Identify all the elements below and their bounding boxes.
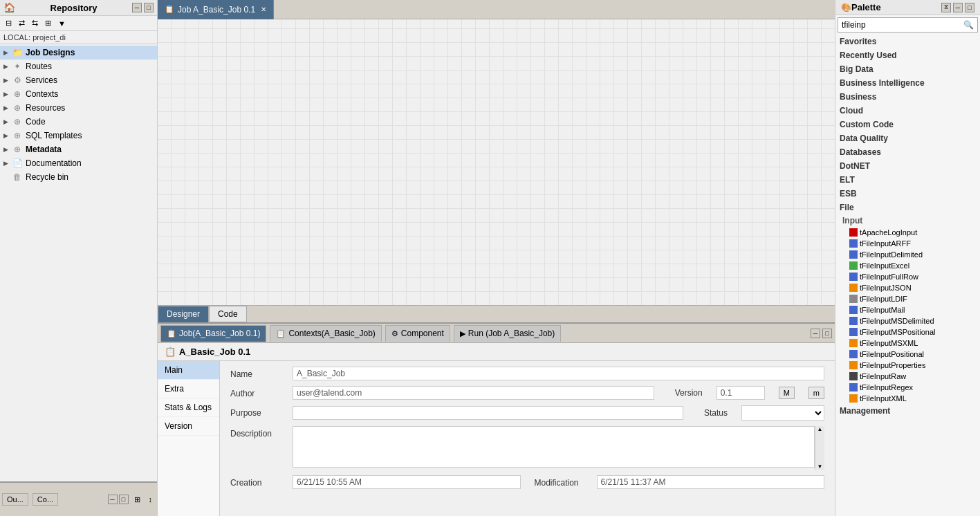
- link2-btn[interactable]: ⇆: [29, 17, 41, 29]
- status-select[interactable]: [741, 405, 824, 421]
- palette-tree: Favorites Recently Used Big Data Busines…: [835, 35, 980, 516]
- palette-item-tfileinputfullrow[interactable]: tFileInputFullRow: [835, 271, 980, 282]
- palette-item-tfileinputraw[interactable]: tFileInputRaw: [835, 371, 980, 382]
- job-props-title: A_Basic_Job 0.1: [179, 347, 250, 357]
- outline-tab[interactable]: Ou...: [2, 493, 28, 506]
- purpose-status-row: Status: [293, 405, 824, 421]
- palette-item-tfileinputmsdelimited[interactable]: tFileInputMSDelimited: [835, 315, 980, 326]
- expand-icon-routes: ▶: [3, 63, 12, 70]
- dropdown-btn[interactable]: ▼: [55, 18, 68, 29]
- palette-cat-esb[interactable]: ESB: [835, 187, 980, 201]
- palette-item-tfileinputmsxml[interactable]: tFileInputMSXML: [835, 338, 980, 349]
- tree-item-job-designs[interactable]: ▶ 📁 Job Designs: [0, 46, 157, 59]
- component-outline-tab[interactable]: Co...: [33, 493, 58, 506]
- palette-item-tfileinputmspositional[interactable]: tFileInputMSPositional: [835, 326, 980, 338]
- palette-item-label-pos: tFileInputPositional: [860, 350, 924, 358]
- app-container: 🏠 Repository ─ □ ⊟ ⇄ ⇆ ⊞ ▼ LOCAL: projec…: [0, 0, 980, 516]
- tree-item-metadata[interactable]: ▶ ⊕ Metadata: [0, 142, 157, 156]
- code-tab[interactable]: Code: [209, 306, 247, 322]
- palette-cat-elt[interactable]: ELT: [835, 173, 980, 187]
- palette-item-tfileinputjson[interactable]: tFileInputJSON: [835, 282, 980, 293]
- filter-icon-btn[interactable]: ⧖: [941, 3, 951, 12]
- bottom-maximize-btn[interactable]: □: [822, 329, 832, 338]
- palette-item-tfileinputexcel[interactable]: tFileInputExcel: [835, 260, 980, 271]
- palette-item-tfileinputldif[interactable]: tFileInputLDIF: [835, 293, 980, 304]
- palette-cat-favorites[interactable]: Favorites: [835, 35, 980, 48]
- palette-cat-data-quality[interactable]: Data Quality: [835, 131, 980, 145]
- left-bottom-btn1[interactable]: ⊞: [131, 494, 143, 506]
- tree-item-recycle-bin[interactable]: 🗑 Recycle bin: [0, 170, 157, 184]
- tree-item-contexts[interactable]: ▶ ⊕ Contexts: [0, 87, 157, 101]
- palette-cat-custom-code[interactable]: Custom Code: [835, 118, 980, 131]
- job-props-icon: 📋: [165, 347, 176, 357]
- version-m2-btn[interactable]: m: [808, 387, 824, 399]
- purpose-input[interactable]: [293, 406, 683, 420]
- tree-item-documentation[interactable]: ▶ 📄 Documentation: [0, 156, 157, 170]
- tab-close-btn[interactable]: ✕: [261, 6, 266, 13]
- bottom-tab-run-icon: ▶: [460, 329, 465, 338]
- designer-canvas[interactable]: [158, 19, 835, 305]
- link-btn[interactable]: ⇄: [16, 17, 28, 29]
- palette-item-tfileinputarff[interactable]: tFileInputARFF: [835, 238, 980, 249]
- bottom-tab-component[interactable]: ⚙ Component: [385, 325, 450, 342]
- palette-cat-file[interactable]: File: [835, 201, 980, 214]
- nav-main[interactable]: Main: [158, 361, 219, 380]
- palette-header: 🎨 Palette ⧖ ─ □: [835, 0, 980, 15]
- author-input[interactable]: [293, 386, 654, 400]
- tree-item-sql-templates[interactable]: ▶ ⊕ SQL Templates: [0, 129, 157, 142]
- resources-icon: ⊕: [12, 102, 23, 113]
- name-input[interactable]: [293, 367, 824, 380]
- palette-item-tfileinputmail[interactable]: tFileInputMail: [835, 304, 980, 315]
- bottom-tab-run-label: Run (Job A_Basic_Job): [468, 329, 555, 338]
- palette-max-btn[interactable]: □: [965, 3, 974, 12]
- bottom-minimize-btn[interactable]: ─: [811, 329, 820, 338]
- tree-item-code[interactable]: ▶ ⊕ Code: [0, 115, 157, 129]
- expand-icon-metadata: ▶: [3, 146, 12, 153]
- bottom-tab-run[interactable]: ▶ Run (Job A_Basic_Job): [454, 325, 561, 342]
- palette-cat-business-intelligence[interactable]: Business Intelligence: [835, 76, 980, 90]
- palette-min-btn[interactable]: ─: [953, 3, 963, 12]
- palette-item-tfileinputxml[interactable]: tFileInputXML: [835, 393, 980, 404]
- center-top: 📋 Job A_Basic_Job 0.1 ✕ Designer Code: [158, 0, 835, 322]
- status-label: Status: [704, 408, 728, 418]
- bottom-tab-contexts[interactable]: 📋 Contexts(A_Basic_Job): [270, 325, 381, 342]
- palette-cat-management[interactable]: Management: [835, 404, 980, 418]
- left-bottom-max[interactable]: □: [119, 495, 129, 504]
- nav-stats-logs[interactable]: Stats & Logs: [158, 398, 219, 417]
- grid-btn[interactable]: ⊞: [42, 17, 54, 29]
- palette-cat-dotnet[interactable]: DotNET: [835, 159, 980, 173]
- palette-item-tfileinputdelimited[interactable]: tFileInputDelimited: [835, 249, 980, 260]
- repo-minimize-btn[interactable]: ─: [132, 3, 142, 12]
- palette-cat-cloud[interactable]: Cloud: [835, 104, 980, 118]
- palette-search-input[interactable]: [838, 18, 960, 32]
- repo-maximize-btn[interactable]: □: [144, 3, 154, 12]
- tree-label-metadata: Metadata: [26, 145, 62, 154]
- main-editor-tab[interactable]: 📋 Job A_Basic_Job 0.1 ✕: [158, 0, 274, 19]
- palette-item-tfileinputregex[interactable]: tFileInputRegex: [835, 382, 980, 393]
- modification-label: Modification: [535, 475, 597, 488]
- bottom-tab-contexts-label: Contexts(A_Basic_Job): [288, 329, 375, 338]
- palette-cat-business[interactable]: Business: [835, 90, 980, 104]
- version-m-btn[interactable]: M: [779, 387, 795, 399]
- palette-cat-databases[interactable]: Databases: [835, 145, 980, 159]
- palette-item-tfileinputproperties[interactable]: tFileInputProperties: [835, 360, 980, 371]
- palette-item-tapacheloginput[interactable]: tApacheLogInput: [835, 227, 980, 238]
- palette-title: Palette: [851, 2, 881, 12]
- designer-tab[interactable]: Designer: [158, 306, 209, 322]
- palette-item-tfileinputpositional[interactable]: tFileInputPositional: [835, 349, 980, 360]
- nav-extra[interactable]: Extra: [158, 380, 219, 398]
- palette-cat-big-data[interactable]: Big Data: [835, 62, 980, 76]
- palette-cat-recently-used[interactable]: Recently Used: [835, 48, 980, 62]
- tree-item-resources[interactable]: ▶ ⊕ Resources: [0, 101, 157, 115]
- tree-item-routes[interactable]: ▶ ✦ Routes: [0, 59, 157, 73]
- version-input[interactable]: [716, 386, 765, 400]
- left-bottom-min[interactable]: ─: [108, 495, 118, 504]
- left-bottom-btn2[interactable]: ↕: [146, 494, 156, 505]
- item-color-xml: [849, 394, 858, 403]
- collapse-all-btn[interactable]: ⊟: [3, 17, 15, 29]
- description-input[interactable]: [293, 426, 815, 468]
- tree-item-services[interactable]: ▶ ⚙ Services: [0, 73, 157, 87]
- nav-version[interactable]: Version: [158, 417, 219, 436]
- bottom-tab-job[interactable]: 📋 Job(A_Basic_Job 0.1): [160, 325, 266, 342]
- local-label: LOCAL: project_di: [0, 31, 157, 44]
